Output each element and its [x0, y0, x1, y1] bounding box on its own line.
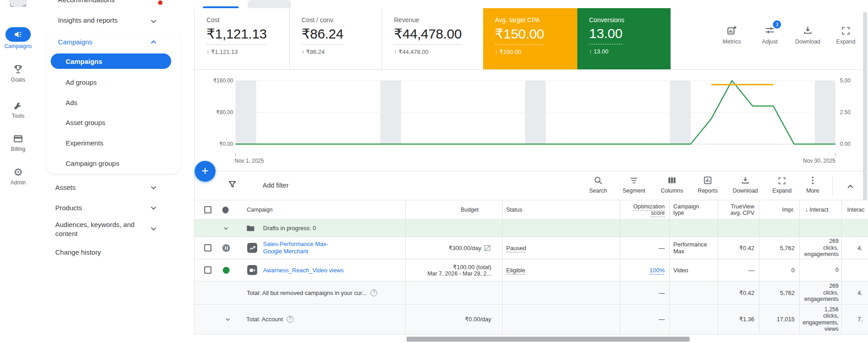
stat-revenue[interactable]: Revenue ₹44,478.00 ↑ ₹44,478.00 [382, 8, 483, 69]
reports-button[interactable]: Reports [693, 175, 722, 194]
rail-campaigns-label: Campaigns [0, 43, 36, 49]
download-label: Download [792, 39, 823, 45]
trophy-icon [12, 63, 24, 75]
col-header-status[interactable]: Status [502, 200, 620, 219]
campaign-link[interactable]: Awarness_Reach_Video views [263, 267, 344, 274]
rail-item-goals[interactable]: Goals [0, 63, 36, 83]
drafts-row[interactable]: Drafts in progress: 0 [195, 220, 868, 237]
col-header-interaction-rate[interactable]: Interac [841, 200, 868, 219]
add-filter-button[interactable]: Add filter [263, 182, 288, 189]
chevron-down-icon[interactable] [149, 16, 158, 26]
total-label: Total: All but removed campaigns in your… [247, 290, 367, 296]
left-axis-tick: ₹80.00 [194, 109, 233, 116]
campaign-type-value: Video [669, 259, 718, 281]
chevron-down-icon[interactable] [149, 224, 158, 234]
opt-score-link[interactable]: 100% [650, 267, 665, 274]
nav-item-campaigns-selected[interactable]: Campaigns [51, 53, 171, 69]
rail-item-billing[interactable]: Billing [0, 133, 36, 152]
search-button[interactable]: Search [584, 175, 613, 194]
nav-item-ad-groups[interactable]: Ad groups [66, 78, 96, 87]
status-value[interactable]: Eligible [506, 267, 525, 274]
campaign-link[interactable]: Sales-Performance Max- Google Merchant [263, 241, 328, 255]
rail-item-admin[interactable]: ⚙ Admin [0, 166, 36, 186]
row-checkbox[interactable] [204, 266, 211, 274]
rail-item-create[interactable]: Create [0, 0, 36, 8]
filter-funnel-icon[interactable] [227, 179, 237, 189]
x-axis-end-date: Nov 30, 2025 [795, 158, 835, 164]
nav-item-change-history[interactable]: Change history [55, 248, 101, 256]
nav-item-audiences[interactable]: Audiences, keywords, and content [55, 220, 145, 238]
col-header-optimization-score[interactable]: Optimization score [633, 203, 665, 216]
total-account-row: Total: Account ? ₹0.00/day — ₹1.36 17,01… [195, 304, 868, 334]
adjust-badge: 3 [773, 20, 781, 29]
chevron-down-icon[interactable] [149, 203, 158, 213]
chart-toolbar: Metrics 3 Adjust Download Expand [716, 24, 861, 45]
help-icon[interactable]: ? [370, 290, 377, 296]
row-checkbox[interactable] [204, 244, 211, 251]
chevron-down-icon[interactable] [149, 183, 158, 193]
col-header-campaign-type[interactable]: Campaign type [673, 203, 699, 216]
status-value[interactable]: Paused [506, 245, 526, 251]
chevron-down-icon[interactable] [224, 316, 231, 323]
x-axis-start-date: Nov 1, 2025 [235, 158, 264, 164]
table-download-button[interactable]: Download [731, 175, 760, 194]
left-icon-rail: Create Campaigns Goals Tools Billing ⚙ A… [0, 0, 36, 343]
select-all-checkbox[interactable] [204, 206, 211, 213]
cpv-value: — [718, 259, 759, 281]
stat-value: ₹86.24 [302, 26, 343, 45]
left-axis-tick: ₹160.00 [194, 77, 233, 84]
nav-item-assets[interactable]: Assets [55, 184, 76, 191]
metrics-button[interactable]: Metrics [716, 24, 747, 45]
download-button[interactable]: Download [792, 24, 823, 45]
nav-section-campaigns[interactable]: Campaigns [58, 38, 92, 46]
impressions-value: 5,762 [759, 237, 799, 259]
enabled-status-icon[interactable] [223, 267, 230, 274]
chevron-down-icon[interactable] [222, 225, 230, 232]
horizontal-scrollbar[interactable] [407, 337, 690, 342]
stat-conversions[interactable]: Conversions 13.00 ↑ 13.00 [577, 8, 671, 69]
stat-cost[interactable]: Cost ₹1,121.13 ↑ ₹1,121.13 [195, 8, 289, 69]
video-campaign-icon [247, 265, 257, 275]
impressions-value: 5,762 [759, 281, 799, 304]
more-button[interactable]: More [798, 175, 827, 194]
nav-item-products[interactable]: Products [55, 204, 82, 212]
nav-item-ads[interactable]: Ads [66, 98, 77, 107]
col-header-campaign[interactable]: Campaign [247, 207, 273, 213]
rail-item-campaigns[interactable]: Campaigns [0, 27, 36, 49]
drafts-label[interactable]: Drafts in progress: 0 [263, 225, 316, 232]
table-expand-button[interactable]: Expand [767, 175, 796, 194]
rail-item-tools[interactable]: Tools [0, 100, 36, 119]
adjust-label: Adjust [754, 39, 785, 45]
status-filter-dot-icon[interactable] [222, 207, 229, 213]
col-header-impressions[interactable]: Impr. [759, 200, 799, 219]
col-header-budget[interactable]: Budget [405, 200, 502, 219]
budget-value[interactable]: ₹100.00 (total) [453, 264, 491, 271]
nav-item-campaign-groups[interactable]: Campaign groups [66, 159, 119, 168]
paused-status-icon[interactable] [222, 244, 230, 252]
interaction-rate-value: 4. [841, 237, 868, 259]
col-header-trueview-cpv[interactable]: TrueView avg. CPV [730, 203, 754, 216]
adjust-button[interactable]: 3 Adjust [754, 24, 785, 45]
nav-item-asset-groups[interactable]: Asset groups [66, 118, 106, 127]
nav-item-insights[interactable]: Insights and reports [58, 16, 118, 24]
inactive-tab[interactable] [248, 0, 291, 8]
help-icon[interactable]: ? [287, 316, 293, 323]
stat-avg-target-cpa[interactable]: Avg. target CPA ₹150.00 ↑ ₹150.00 [483, 8, 577, 69]
col-header-interactions[interactable]: ↓ Interact [799, 200, 841, 219]
stat-value: ₹44,478.00 [394, 26, 462, 45]
stat-value: 13.00 [589, 26, 623, 44]
budget-value[interactable]: ₹300.00/day [448, 245, 481, 251]
expand-button[interactable]: Expand [830, 24, 861, 45]
campaign-type-value: Performance Max [673, 241, 707, 255]
nav-item-experiments[interactable]: Experiments [66, 139, 103, 148]
budget-value: ₹0.00/day [405, 304, 502, 334]
segment-button[interactable]: Segment [619, 175, 648, 194]
nav-item-recommendations[interactable]: Recommendations [58, 0, 115, 4]
campaign-row-video[interactable]: Awarness_Reach_Video views ₹100.00 (tota… [195, 259, 868, 281]
chevron-up-icon[interactable] [149, 37, 158, 47]
add-campaign-fab[interactable]: + [195, 161, 216, 182]
stat-cost-per-conv[interactable]: Cost / conv. ₹86.24 ↑ ₹86.24 [289, 8, 382, 69]
collapse-chevron-up-icon[interactable] [845, 181, 855, 191]
campaign-row-pmax[interactable]: Sales-Performance Max- Google Merchant ₹… [195, 237, 868, 259]
columns-button[interactable]: Columns [657, 175, 686, 194]
